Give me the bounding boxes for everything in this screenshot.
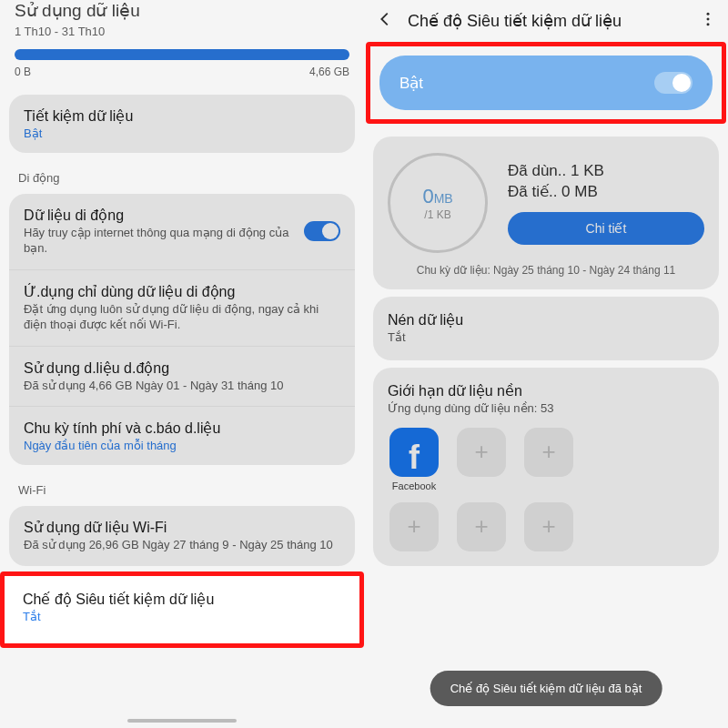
compress-title: Nén dữ liệu bbox=[388, 311, 704, 329]
gauge-sub: /1 KB bbox=[424, 208, 450, 221]
gauge-value: 0MB bbox=[422, 185, 452, 208]
left-screen: Sử dụng dữ liệu 1 Th10 - 31 Th10 0 B 4,6… bbox=[0, 0, 364, 728]
right-header-dim: Chế độ Siêu tiết kiệm dữ liệu bbox=[364, 0, 728, 42]
svg-point-1 bbox=[707, 18, 710, 21]
add-app-tile[interactable]: + bbox=[522, 502, 575, 551]
right-screen: Chế độ Siêu tiết kiệm dữ liệu Bật 0MB /1… bbox=[364, 0, 728, 728]
mobile-data-toggle[interactable] bbox=[304, 221, 340, 241]
ultra-saver-title: Chế độ Siêu tiết kiệm dữ liệu bbox=[23, 591, 341, 608]
usage-progress-bar bbox=[15, 49, 349, 60]
mobile-only-title: Ứ.dụng chỉ dùng dữ liệu di động bbox=[24, 283, 340, 300]
add-app-tile[interactable]: + bbox=[522, 428, 575, 491]
usage-circle-gauge: 0MB /1 KB bbox=[388, 153, 488, 253]
mobile-group: Dữ liệu di động Hãy truy cập internet th… bbox=[9, 194, 355, 465]
data-saver-item[interactable]: Tiết kiệm dữ liệu Bật bbox=[9, 95, 355, 153]
ultra-saver-item[interactable]: Chế độ Siêu tiết kiệm dữ liệu Tắt bbox=[5, 576, 359, 643]
mobile-data-sub: Hãy truy cập internet thông qua mạng di … bbox=[24, 226, 304, 257]
plus-icon: + bbox=[524, 502, 573, 551]
plus-icon: + bbox=[457, 502, 506, 551]
header-title: Chế độ Siêu tiết kiệm dữ liệu bbox=[408, 11, 686, 31]
enable-label: Bật bbox=[399, 74, 423, 93]
wifi-usage-title: Sử dụng dữ liệu Wi-Fi bbox=[24, 519, 340, 536]
data-cycle-label: Chu kỳ dữ liệu: Ngày 25 tháng 10 - Ngày … bbox=[388, 264, 704, 277]
right-body-dim: 0MB /1 KB Đã dùn.. 1 KB Đã tiế.. 0 MB Ch… bbox=[364, 136, 728, 566]
plus-icon: + bbox=[524, 428, 573, 477]
ultra-saver-highlight: Chế độ Siêu tiết kiệm dữ liệu Tắt bbox=[0, 571, 364, 648]
svg-point-0 bbox=[707, 13, 710, 15]
add-app-tile[interactable]: + bbox=[455, 428, 508, 491]
mobile-usage-sub: Đã sử dụng 4,66 GB Ngày 01 - Ngày 31 thá… bbox=[24, 379, 340, 394]
compress-data-item[interactable]: Nén dữ liệu Tắt bbox=[373, 297, 719, 360]
mobile-usage-title: Sử dụng d.liệu d.động bbox=[24, 359, 340, 377]
ultra-saver-status: Tắt bbox=[23, 610, 341, 623]
data-saver-status: Bật bbox=[24, 126, 340, 140]
confirmation-toast: Chế độ Siêu tiết kiệm dữ liệu đã bật bbox=[430, 671, 662, 706]
apps-row-2: + + + bbox=[388, 502, 704, 551]
app-tile-facebook[interactable]: f Facebook bbox=[388, 428, 440, 491]
wifi-group: Sử dụng dữ liệu Wi-Fi Đã sử dụng 26,96 G… bbox=[9, 506, 355, 566]
nav-bar-indicator bbox=[127, 719, 237, 723]
mobile-only-item[interactable]: Ứ.dụng chỉ dùng dữ liệu di động Đặt ứng … bbox=[9, 270, 355, 347]
date-range: 1 Th10 - 31 Th10 bbox=[0, 25, 364, 46]
progress-labels: 0 B 4,66 GB bbox=[0, 66, 364, 89]
mobile-only-sub: Đặt ứng dụng luôn sử dụng dữ liệu di độn… bbox=[24, 302, 340, 333]
app-label-facebook: Facebook bbox=[392, 480, 436, 491]
enable-toggle-highlight: Bật bbox=[366, 42, 726, 124]
billing-cycle-sub: Ngày đầu tiên của mỗi tháng bbox=[24, 439, 340, 452]
facebook-icon: f bbox=[389, 428, 439, 477]
billing-cycle-title: Chu kỳ tính phí và c.báo d.liệu bbox=[24, 420, 340, 437]
mobile-usage-item[interactable]: Sử dụng d.liệu d.động Đã sử dụng 4,66 GB… bbox=[9, 347, 355, 408]
section-wifi-label: Wi-Fi bbox=[0, 470, 364, 500]
enable-ultra-toggle[interactable]: Bật bbox=[379, 56, 713, 110]
background-limit-card: Giới hạn dữ liệu nền Ứng dụng dùng dữ li… bbox=[373, 368, 719, 566]
detail-button[interactable]: Chi tiết bbox=[508, 212, 704, 245]
page-title: Sử dụng dữ liệu bbox=[0, 0, 364, 25]
limit-title: Giới hạn dữ liệu nền bbox=[388, 382, 704, 399]
mobile-data-title: Dữ liệu di động bbox=[24, 207, 304, 224]
progress-min: 0 B bbox=[15, 66, 31, 78]
limit-sub: Ứng dụng dùng dữ liệu nền: 53 bbox=[388, 401, 704, 417]
section-mobile-label: Di động bbox=[0, 158, 364, 188]
wifi-usage-item[interactable]: Sử dụng dữ liệu Wi-Fi Đã sử dụng 26,96 G… bbox=[9, 506, 355, 566]
data-saver-title: Tiết kiệm dữ liệu bbox=[24, 107, 340, 125]
left-dim-overlay: Sử dụng dữ liệu 1 Th10 - 31 Th10 0 B 4,6… bbox=[0, 0, 364, 566]
apps-row-1: f Facebook + + bbox=[388, 428, 704, 491]
usage-stats: Đã dùn.. 1 KB Đã tiế.. 0 MB Chi tiết bbox=[508, 162, 704, 245]
plus-icon: + bbox=[457, 428, 506, 477]
mobile-data-item[interactable]: Dữ liệu di động Hãy truy cập internet th… bbox=[9, 194, 355, 270]
plus-icon: + bbox=[389, 502, 439, 551]
enable-switch-icon[interactable] bbox=[654, 72, 693, 94]
header-bar: Chế độ Siêu tiết kiệm dữ liệu bbox=[364, 0, 728, 42]
wifi-usage-sub: Đã sử dụng 26,96 GB Ngày 27 tháng 9 - Ng… bbox=[24, 538, 340, 553]
add-app-tile[interactable]: + bbox=[455, 502, 508, 551]
saved-label: Đã tiế.. 0 MB bbox=[508, 182, 704, 201]
compress-status: Tắt bbox=[388, 330, 704, 346]
progress-max: 4,66 GB bbox=[309, 66, 349, 78]
usage-summary-card: 0MB /1 KB Đã dùn.. 1 KB Đã tiế.. 0 MB Ch… bbox=[373, 136, 719, 289]
used-label: Đã dùn.. 1 KB bbox=[508, 162, 704, 180]
add-app-tile[interactable]: + bbox=[388, 502, 440, 551]
svg-point-2 bbox=[707, 23, 710, 25]
more-icon[interactable] bbox=[699, 10, 717, 32]
billing-cycle-item[interactable]: Chu kỳ tính phí và c.báo d.liệu Ngày đầu… bbox=[9, 407, 355, 465]
back-icon[interactable] bbox=[375, 9, 395, 33]
